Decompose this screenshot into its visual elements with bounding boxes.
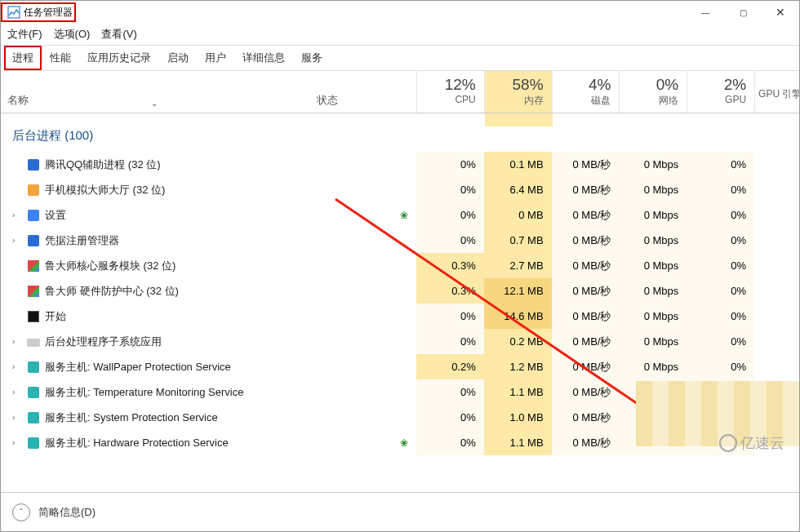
close-button[interactable]: ✕ <box>762 1 799 24</box>
expand-icon[interactable]: › <box>12 211 24 219</box>
process-icon <box>27 386 40 399</box>
cell-memory: 2.7 MB <box>484 253 552 278</box>
expand-icon[interactable]: › <box>12 438 24 447</box>
table-row[interactable]: 手机模拟大师大厅 (32 位)0%6.4 MB0 MB/秒0 Mbps0% <box>1 177 799 202</box>
column-status[interactable]: 状态 <box>310 71 416 113</box>
process-icon <box>27 411 40 424</box>
process-icon <box>27 184 40 197</box>
title-annotation-box: 任务管理器 <box>1 2 76 22</box>
menu-file[interactable]: 文件(F) <box>7 27 42 42</box>
process-icon <box>27 335 40 348</box>
cell-memory: 0.7 MB <box>484 228 552 253</box>
cell-gpu: 0% <box>687 329 754 354</box>
minimize-button[interactable]: — <box>687 1 724 24</box>
cell-memory: 1.2 MB <box>484 354 552 379</box>
expand-icon[interactable]: › <box>12 337 24 346</box>
cell-gpu: 0% <box>687 202 754 228</box>
tab-performance[interactable]: 性能 <box>42 46 79 70</box>
process-name: 服务主机: Temperature Monitoring Service <box>45 385 243 400</box>
cell-cpu: 0% <box>416 304 484 329</box>
cell-memory: 0.2 MB <box>484 329 552 354</box>
column-gpu-engine[interactable]: GPU 引擎 <box>754 71 799 113</box>
process-name: 服务主机: WallPaper Protection Service <box>45 360 231 375</box>
cell-cpu: 0% <box>416 177 484 202</box>
cell-disk: 0 MB/秒 <box>552 354 620 379</box>
cell-network: 0 Mbps <box>619 329 687 354</box>
column-disk[interactable]: 4% 磁盘 <box>552 71 620 113</box>
column-network[interactable]: 0% 网络 <box>619 71 687 113</box>
process-status: ❀ <box>310 437 416 449</box>
cell-memory: 0 MB <box>484 202 552 228</box>
cell-cpu: 0.3% <box>416 278 484 304</box>
process-icon <box>27 209 40 222</box>
table-row[interactable]: ›设置❀0%0 MB0 MB/秒0 Mbps0% <box>1 202 799 228</box>
table-row[interactable]: 腾讯QQ辅助进程 (32 位)0%0.1 MB0 MB/秒0 Mbps0% <box>1 152 799 177</box>
column-headers: 名称 ⌄ 状态 12% CPU 58% 内存 4% 磁盘 0% 网络 2% GP… <box>1 71 799 113</box>
column-name[interactable]: 名称 ⌄ <box>1 71 310 113</box>
cell-memory: 6.4 MB <box>484 177 552 202</box>
cell-network: 0 Mbps <box>619 278 687 304</box>
tab-services[interactable]: 服务 <box>293 46 331 70</box>
expand-icon[interactable]: › <box>12 236 24 245</box>
expand-icon[interactable]: › <box>12 362 24 371</box>
cell-disk: 0 MB/秒 <box>552 430 620 455</box>
expand-icon[interactable]: › <box>12 413 24 422</box>
process-icon <box>27 285 40 298</box>
column-gpu[interactable]: 2% GPU <box>687 71 754 113</box>
table-row[interactable]: 鲁大师 硬件防护中心 (32 位)0.3%12.1 MB0 MB/秒0 Mbps… <box>1 278 799 304</box>
expand-icon[interactable]: › <box>12 388 24 397</box>
cell-cpu: 0% <box>416 379 484 405</box>
table-row[interactable]: ›服务主机: WallPaper Protection Service0.2%1… <box>1 354 799 379</box>
process-icon <box>27 158 40 171</box>
tab-startup[interactable]: 启动 <box>159 46 197 70</box>
fewer-details-button[interactable]: 简略信息(D) <box>38 505 96 520</box>
cell-cpu: 0% <box>416 152 484 177</box>
tab-details[interactable]: 详细信息 <box>234 46 293 70</box>
process-name: 服务主机: System Protection Service <box>45 410 218 425</box>
table-row[interactable]: 开始0%14.6 MB0 MB/秒0 Mbps0% <box>1 304 799 329</box>
menu-view[interactable]: 查看(V) <box>101 27 136 42</box>
tab-processes[interactable]: 进程 <box>4 46 42 70</box>
column-cpu[interactable]: 12% CPU <box>416 71 484 113</box>
process-list: 后台进程 (100) 腾讯QQ辅助进程 (32 位)0%0.1 MB0 MB/秒… <box>1 113 799 492</box>
cell-memory: 1.1 MB <box>484 379 552 405</box>
task-manager-window: 任务管理器 — ▢ ✕ 文件(F) 选项(O) 查看(V) 进程 性能 应用历史… <box>0 0 800 532</box>
tab-users[interactable]: 用户 <box>197 46 234 70</box>
process-name: 鲁大师 硬件防护中心 (32 位) <box>45 284 179 299</box>
cell-memory: 12.1 MB <box>484 278 552 304</box>
app-icon <box>7 6 20 19</box>
cell-cpu: 0.2% <box>416 354 484 379</box>
process-name: 开始 <box>45 309 66 324</box>
leaf-icon: ❀ <box>400 437 408 449</box>
chevron-down-icon: ⌄ <box>151 99 158 108</box>
cell-disk: 0 MB/秒 <box>552 278 620 304</box>
cell-gpu: 0% <box>687 304 754 329</box>
process-name: 服务主机: Hardware Protection Service <box>45 436 229 450</box>
cell-cpu: 0% <box>416 228 484 253</box>
process-name: 鲁大师核心服务模块 (32 位) <box>45 259 176 273</box>
cell-gpu: 0% <box>687 354 754 379</box>
table-row[interactable]: 鲁大师核心服务模块 (32 位)0.3%2.7 MB0 MB/秒0 Mbps0% <box>1 253 799 278</box>
maximize-button[interactable]: ▢ <box>724 1 762 24</box>
column-memory[interactable]: 58% 内存 <box>484 71 552 113</box>
cell-network: 0 Mbps <box>619 354 687 379</box>
table-row[interactable]: ›凭据注册管理器0%0.7 MB0 MB/秒0 Mbps0% <box>1 228 799 253</box>
group-background-processes[interactable]: 后台进程 (100) <box>1 113 799 152</box>
chevron-up-icon[interactable]: ˆ <box>12 503 30 521</box>
process-name: 设置 <box>45 208 66 223</box>
cell-network: 0 Mbps <box>619 253 687 278</box>
process-icon <box>27 259 40 273</box>
cell-network: 0 Mbps <box>619 177 687 202</box>
table-row[interactable]: ›后台处理程序子系统应用0%0.2 MB0 MB/秒0 Mbps0% <box>1 329 799 354</box>
tab-app-history[interactable]: 应用历史记录 <box>79 46 159 70</box>
cell-network: 0 Mbps <box>619 152 687 177</box>
process-icon <box>27 310 40 323</box>
cell-network: 0 Mbps <box>619 202 687 228</box>
cell-cpu: 0% <box>416 430 484 455</box>
menu-options[interactable]: 选项(O) <box>54 27 91 42</box>
process-name: 手机模拟大师大厅 (32 位) <box>45 183 165 197</box>
window-title: 任务管理器 <box>24 6 73 20</box>
watermark-logo-icon <box>719 434 737 452</box>
cell-disk: 0 MB/秒 <box>552 177 620 202</box>
cell-cpu: 0% <box>416 329 484 354</box>
